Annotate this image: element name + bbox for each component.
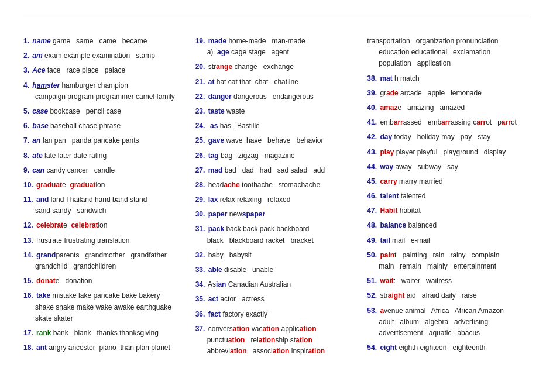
entry-45: 45. carry marry married bbox=[367, 176, 530, 187]
entry-8: 8. ate late later date rating bbox=[23, 150, 186, 161]
entry-1: 1. name game same came became bbox=[23, 36, 186, 47]
entry-43: 43. play player playful playground displ… bbox=[367, 147, 530, 158]
main-content: 1. name game same came became 2. am exam… bbox=[23, 36, 530, 360]
entry-11: 11. and land Thailand hand band stand sa… bbox=[23, 194, 186, 216]
column-3: transportation organization pronunciatio… bbox=[362, 36, 530, 360]
entry-50: 50. paint painting rain rainy complain m… bbox=[367, 250, 530, 272]
entry-6: 6. base baseball chase phrase bbox=[23, 121, 186, 132]
entry-15: 15. donate donation bbox=[23, 276, 186, 287]
entry-2: 2. am exam example examination stamp bbox=[23, 50, 186, 61]
entry-48: 48. balance balanced bbox=[367, 220, 530, 231]
entry-54: 54. eight eighth eighteen eighteenth bbox=[367, 342, 530, 353]
entry-51: 51. wait: waiter waitress bbox=[367, 276, 530, 287]
column-2: 19. made home-made man-made a) age cage … bbox=[191, 36, 363, 360]
entry-12: 12. celebrate celebration bbox=[23, 220, 186, 231]
entry-9: 9. can candy cancer candle bbox=[23, 165, 186, 176]
entry-20: 20. strange change exchange bbox=[195, 61, 358, 73]
entry-4: 4. hamster hamburger champion campaign p… bbox=[23, 80, 186, 102]
entry-35: 35. act actor actress bbox=[195, 294, 358, 305]
entry-21: 21. at hat cat that chat chatline bbox=[195, 77, 358, 88]
entry-28: 28. headache toothache stomachache bbox=[195, 180, 358, 191]
entry-32: 32. baby babysit bbox=[195, 250, 358, 261]
entry-23: 23. taste waste bbox=[195, 106, 358, 117]
entry-40: 40. amaze amazing amazed bbox=[367, 102, 530, 114]
entry-39: 39. grade arcade apple lemonade bbox=[367, 88, 530, 99]
entry-14: 14. grandparents grandmother grandfather… bbox=[23, 250, 186, 272]
entry-42: 42. day today holiday may pay stay bbox=[367, 132, 530, 143]
entry-16: 16. take mistake lake pancake bake baker… bbox=[23, 290, 186, 324]
entry-52: 52. straight aid afraid daily raise bbox=[367, 290, 530, 301]
entry-34: 34. Asian Canadian Australian bbox=[195, 279, 358, 290]
entry-29: 29. lax relax relaxing relaxed bbox=[195, 194, 358, 205]
top-divider bbox=[23, 18, 530, 18]
entry-44: 44. way away subway say bbox=[367, 161, 530, 173]
entry-41: 41. embarrassed embarrassing carrot parr… bbox=[367, 117, 530, 128]
entry-26: 26. tag bag zigzag magazine bbox=[195, 150, 358, 161]
column-1: 1. name game same came became 2. am exam… bbox=[23, 36, 191, 360]
entry-10: 10. graduate graduation bbox=[23, 180, 186, 191]
entry-5: 5. case bookcase pencil case bbox=[23, 106, 186, 117]
entry-24: 24. as has Bastille bbox=[195, 121, 358, 132]
entry-25: 25. gave wave have behave behavior bbox=[195, 135, 358, 146]
entry-37b: transportation organization pronunciatio… bbox=[367, 36, 530, 70]
entry-19: 19. made home-made man-made a) age cage … bbox=[195, 36, 358, 58]
entry-36: 36. fact factory exactly bbox=[195, 309, 358, 320]
entry-27: 27. mad bad dad had sad salad add bbox=[195, 165, 358, 176]
entry-3: 3. Ace face race place palace bbox=[23, 65, 186, 76]
entry-13: 13. frustrate frustrating translation bbox=[23, 235, 186, 246]
entry-18: 18. ant angry ancestor piano than plan p… bbox=[23, 342, 186, 353]
entry-53: 53. avenue animal Africa African Amazon … bbox=[367, 305, 530, 339]
entry-7: 7. an fan pan panda pancake pants bbox=[23, 135, 186, 146]
entry-38: 38. mat h match bbox=[367, 73, 530, 84]
entry-30: 30. paper newspaper bbox=[195, 209, 358, 220]
entry-33: 33. able disable unable bbox=[195, 264, 358, 276]
entry-47: 47. Habit habitat bbox=[367, 205, 530, 216]
entry-46: 46. talent talented bbox=[367, 191, 530, 202]
entry-22: 22. danger dangerous endangerous bbox=[195, 91, 358, 102]
entry-37: 37. conversation vacation application pu… bbox=[195, 324, 358, 357]
entry-31: 31. pack back back pack backboard black … bbox=[195, 223, 358, 246]
entry-17: 17. rank bank blank thanks thanksgiving bbox=[23, 328, 186, 339]
entry-49: 49. tail mail e-mail bbox=[367, 235, 530, 246]
